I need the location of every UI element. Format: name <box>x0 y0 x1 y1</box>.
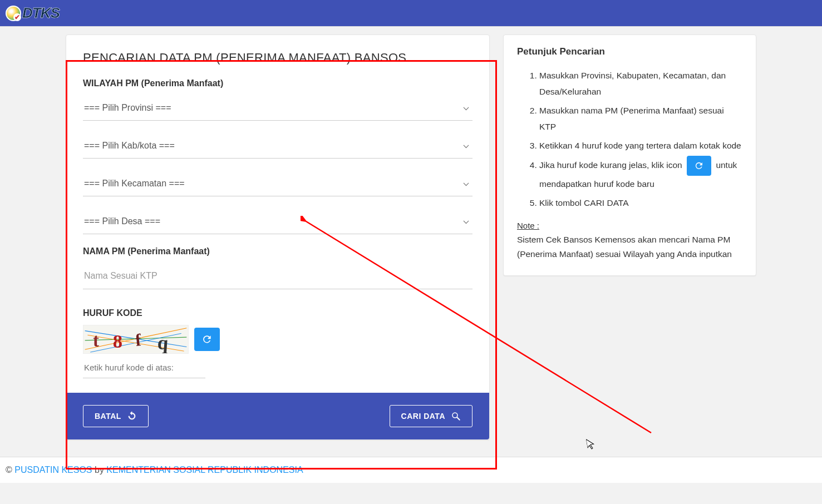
instruction-step-5: Klik tombol CARI DATA <box>539 195 742 211</box>
captcha-image: t 8 f q <box>83 325 189 354</box>
instruction-step-1: Masukkan Provinsi, Kabupaten, Kecamatan,… <box>539 67 742 100</box>
nama-input[interactable] <box>83 263 472 289</box>
captcha-input[interactable] <box>83 357 205 378</box>
footer: © PUSDATIN KESOS by KEMENTERIAN SOSIAL R… <box>0 457 822 483</box>
cari-data-button[interactable]: CARI DATA <box>390 405 472 427</box>
kecamatan-select[interactable]: === Pilih Kecamatan === <box>83 171 472 196</box>
note-label: Note : <box>517 221 742 230</box>
instruction-step-2: Masukkan nama PM (Penerima Manfaat) sesu… <box>539 102 742 135</box>
svg-text:t: t <box>93 330 99 350</box>
logo: DTKS <box>6 4 60 22</box>
header-bar: DTKS <box>0 0 822 27</box>
cursor-icon <box>586 438 597 453</box>
refresh-icon <box>694 161 704 171</box>
logo-icon <box>6 6 21 21</box>
batal-label: BATAL <box>95 412 121 421</box>
svg-text:f: f <box>135 330 142 350</box>
inline-refresh-icon-example <box>687 156 711 176</box>
instructions-card: Petunjuk Pencarian Masukkan Provinsi, Ka… <box>503 34 756 276</box>
search-icon <box>451 411 461 421</box>
instructions-title: Petunjuk Pencarian <box>517 46 742 57</box>
logo-text: DTKS <box>22 4 60 22</box>
note-text: Sistem Cek Bansos Kemensos akan mencari … <box>517 233 742 262</box>
instruction-step-4: Jika huruf kode kurang jelas, klik icon … <box>539 156 742 192</box>
instructions-list: Masukkan Provinsi, Kabupaten, Kecamatan,… <box>517 67 742 211</box>
page-title: PENCARIAN DATA PM (PENERIMA MANFAAT) BAN… <box>83 51 472 65</box>
footer-link-pusdatin[interactable]: PUSDATIN KESOS <box>14 465 92 475</box>
batal-button[interactable]: BATAL <box>83 405 149 427</box>
cari-label: CARI DATA <box>401 412 445 421</box>
footer-link-kemensos[interactable]: KEMENTERIAN SOSIAL REPUBLIK INDONESIA <box>106 465 303 475</box>
svg-line-12 <box>457 417 460 420</box>
instruction-step-3: Ketikkan 4 huruf kode yang tertera dalam… <box>539 137 742 154</box>
svg-text:q: q <box>157 332 169 353</box>
search-card: PENCARIAN DATA PM (PENERIMA MANFAAT) BAN… <box>66 34 490 440</box>
refresh-captcha-button[interactable] <box>194 328 220 351</box>
nama-label: NAMA PM (Penerima Manfaat) <box>83 246 472 256</box>
desa-select[interactable]: === Pilih Desa === <box>83 209 472 234</box>
provinsi-select[interactable]: === Pilih Provinsi === <box>83 95 472 121</box>
wilayah-label: WILAYAH PM (Penerima Manfaat) <box>83 78 472 88</box>
svg-text:8: 8 <box>113 330 122 352</box>
kode-label: HURUF KODE <box>83 308 472 318</box>
reset-icon <box>127 411 137 421</box>
action-bar: BATAL CARI DATA <box>66 393 489 439</box>
refresh-icon <box>201 334 213 345</box>
kabkota-select[interactable]: === Pilih Kab/kota === <box>83 133 472 159</box>
